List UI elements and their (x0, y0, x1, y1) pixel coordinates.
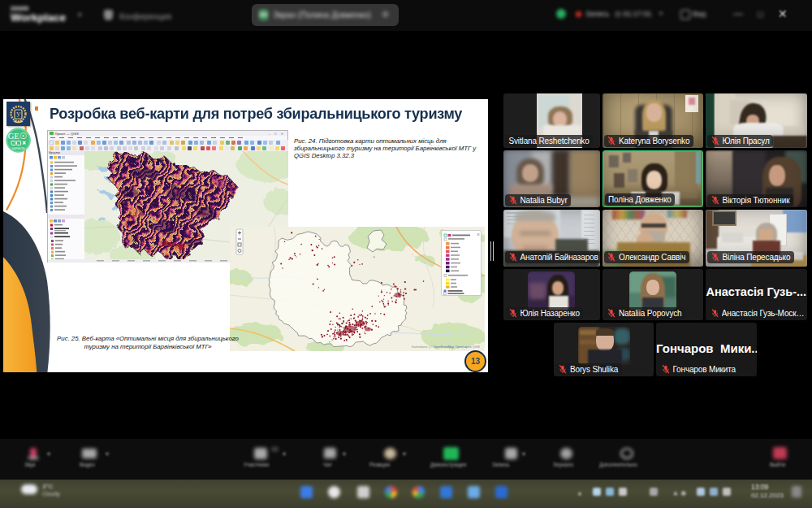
svg-text:QGIS: QGIS (473, 345, 481, 349)
svg-text:Kartendaten: Kartendaten (412, 345, 428, 349)
svg-text:OpenLayers: OpenLayers (456, 345, 472, 349)
svg-text:У: У (16, 111, 21, 119)
svg-text:KARAZIN: KARAZIN (12, 147, 25, 150)
svg-text:GE☉: GE☉ (8, 131, 27, 140)
svg-text:| © OpenStreetMap: | © OpenStreetMap (429, 345, 454, 349)
